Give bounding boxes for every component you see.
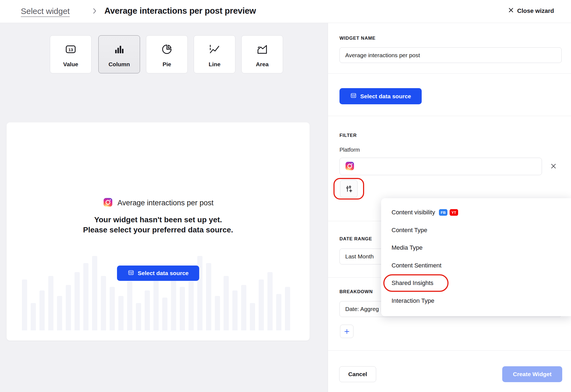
preview-bar [101, 276, 106, 330]
data-source-icon [350, 92, 357, 100]
preview-bar [136, 303, 141, 330]
preview-bar [127, 281, 132, 330]
preview-bar [83, 263, 88, 330]
widget-type-pie[interactable]: Pie [146, 35, 188, 73]
breakdown-label: BREAKDOWN [339, 289, 373, 295]
widget-preview-card: Average interactions per post Your widge… [7, 122, 310, 341]
platform-filter-field[interactable] [339, 158, 542, 175]
widget-type-label: Pie [162, 61, 171, 68]
preview-bar [110, 287, 115, 330]
preview-bar [189, 281, 194, 330]
data-source-icon [128, 269, 134, 277]
breakdown-value: Date: Aggreg [345, 306, 379, 312]
preview-bar [22, 279, 27, 330]
preview-bar [75, 272, 80, 330]
close-wizard-button[interactable]: Close wizard [508, 7, 554, 15]
widget-type-label: Line [209, 61, 220, 68]
preview-bar [267, 272, 273, 330]
preview-bar [180, 287, 185, 330]
filter-menu-item-content-sentiment[interactable]: Content Sentiment [381, 257, 571, 275]
filter-menu-item-label: Interaction Type [392, 297, 434, 304]
chevron-right-icon [93, 8, 97, 15]
widget-name-label: WIDGET NAME [339, 36, 376, 41]
date-range-value: Last Month [345, 253, 374, 260]
add-filter-button[interactable] [340, 180, 358, 198]
preview-bar [118, 296, 124, 330]
filter-menu-item-label: Shared Insights [392, 279, 433, 287]
divider [328, 350, 571, 351]
preview-bar [92, 256, 97, 330]
filter-options-menu: Content visibility FB YT Content Type Me… [381, 198, 571, 316]
preview-bar [57, 296, 62, 330]
filter-menu-item-shared-insights[interactable]: Shared Insights [381, 274, 571, 292]
widget-type-area[interactable]: Area [241, 35, 283, 73]
filter-section-label: FILTER [339, 133, 357, 138]
preview-bar [206, 263, 211, 330]
preview-bar [39, 290, 45, 330]
preview-bar [66, 285, 71, 330]
preview-bar [48, 276, 53, 330]
preview-widget-title: Average interactions per post [118, 199, 214, 207]
select-data-source-label: Select data source [360, 93, 411, 100]
preview-bar [162, 298, 167, 330]
widget-type-label: Value [63, 61, 78, 68]
remove-platform-filter-button[interactable] [549, 162, 558, 170]
filter-menu-item-media-type[interactable]: Media Type [381, 239, 571, 257]
filter-menu-item-content-visibility[interactable]: Content visibility FB YT [381, 204, 571, 221]
column-chart-icon [113, 43, 126, 56]
preview-bar [232, 290, 238, 330]
cancel-button[interactable]: Cancel [339, 366, 376, 382]
platform-badges: FB YT [439, 209, 458, 216]
widget-name-input[interactable] [339, 47, 562, 63]
preview-bar [31, 303, 36, 330]
preview-bar [276, 294, 281, 330]
facebook-badge: FB [439, 209, 447, 216]
filter-menu-item-label: Media Type [392, 244, 422, 251]
instagram-icon [103, 197, 113, 209]
widget-type-label: Column [109, 61, 130, 68]
divider [328, 116, 571, 116]
filter-menu-item-label: Content visibility [392, 209, 435, 216]
preview-empty-message: Your widget hasn't been set up yet. Plea… [83, 215, 233, 235]
instagram-icon [345, 161, 355, 172]
select-data-source-label: Select data source [138, 270, 189, 276]
preview-panel: 13 Value Column Pie Line Area [0, 23, 328, 392]
select-data-source-button[interactable]: Select data source [339, 88, 422, 104]
svg-text:13: 13 [68, 47, 73, 52]
preview-bar [285, 287, 290, 330]
pie-chart-icon [160, 43, 173, 56]
widget-type-label: Area [256, 61, 269, 68]
filter-menu-item-interaction-type[interactable]: Interaction Type [381, 292, 571, 310]
widget-type-line[interactable]: Line [194, 35, 235, 73]
preview-bar [259, 279, 264, 330]
breadcrumb-select-widget[interactable]: Select widget [21, 7, 70, 16]
preview-bar [153, 279, 159, 330]
widget-settings-panel: WIDGET NAME Select data source FILTER Pl… [328, 23, 571, 392]
close-icon [508, 7, 514, 15]
preview-bar [215, 296, 220, 330]
preview-bar [224, 276, 229, 330]
widget-type-value[interactable]: 13 Value [50, 35, 92, 73]
filter-menu-item-content-type[interactable]: Content Type [381, 221, 571, 239]
date-range-label: DATE RANGE [339, 236, 372, 242]
preview-bar [250, 303, 255, 330]
preview-widget-title-row: Average interactions per post [7, 197, 310, 209]
create-widget-button[interactable]: Create Widget [502, 366, 562, 382]
platform-label: Platform [339, 147, 360, 153]
area-chart-icon [256, 43, 269, 56]
wizard-header: Select widget Average interactions per p… [0, 0, 571, 23]
add-breakdown-button[interactable] [340, 325, 353, 338]
preview-bar [241, 285, 246, 330]
select-data-source-button-preview[interactable]: Select data source [117, 266, 199, 281]
close-wizard-label: Close wizard [517, 7, 554, 15]
widget-type-column[interactable]: Column [98, 35, 140, 73]
youtube-badge: YT [450, 209, 458, 216]
value-widget-icon: 13 [64, 43, 77, 56]
preview-bar [145, 290, 150, 330]
divider [328, 73, 571, 74]
line-chart-icon [208, 43, 221, 56]
filter-menu-item-label: Content Type [392, 227, 427, 234]
page-title: Average interactions per post preview [104, 6, 256, 16]
filter-menu-item-label: Content Sentiment [392, 262, 441, 269]
